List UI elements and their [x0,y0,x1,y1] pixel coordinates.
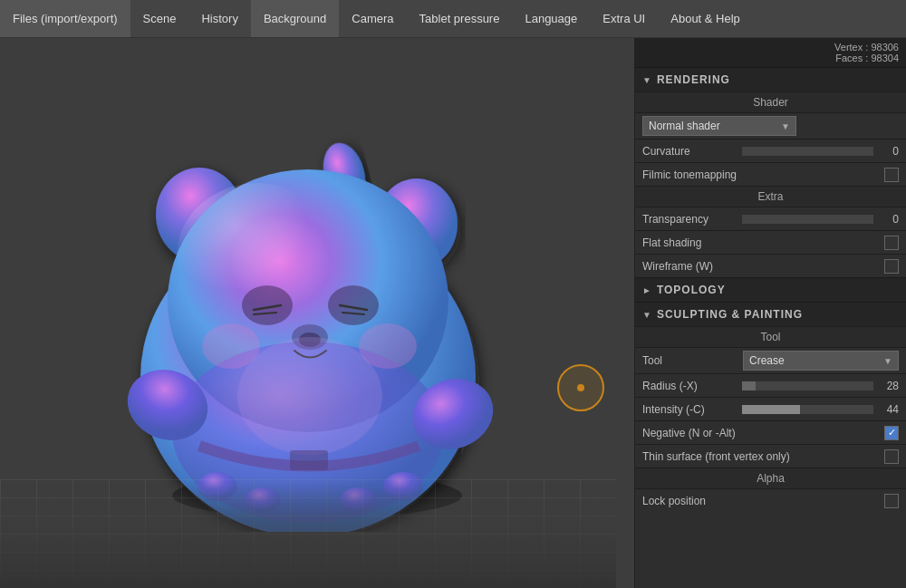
wireframe-control [884,259,899,274]
flat-shading-checkbox[interactable] [884,236,899,250]
tool-row: Tool Crease ▼ [635,347,906,373]
transparency-label: Transparency [642,213,742,226]
rendering-section-header[interactable]: ▼ RENDERING [635,67,906,92]
menu-extra-ui[interactable]: Extra UI [590,0,658,37]
filmic-control [884,168,899,182]
vertex-count: Vertex : 98306 [834,42,899,53]
lock-position-row: Lock position [635,488,906,512]
flat-shading-control [884,236,899,250]
menu-files[interactable]: Files (import/export) [0,0,130,37]
model-svg [82,88,553,532]
svg-point-21 [177,183,340,328]
topology-section-header[interactable]: ► TOPOLOGY [635,277,906,302]
radius-value: 28 [877,380,899,392]
menu-bar: Files (import/export) Scene History Back… [0,0,906,38]
curvature-track[interactable] [742,147,873,156]
thin-surface-checkbox[interactable] [884,449,899,464]
tool-value: Crease [749,354,785,367]
faces-count: Faces : 98304 [835,53,899,63]
flat-shading-row: Flat shading [635,230,906,254]
main-area: Vertex : 98306 Faces : 98304 ▼ RENDERING… [0,38,906,588]
sculpting-arrow: ▼ [642,310,651,320]
wireframe-row: Wireframe (W) [635,254,906,277]
menu-about-help[interactable]: About & Help [658,0,753,37]
lock-position-checkbox[interactable] [884,494,899,508]
right-panel: Vertex : 98306 Faces : 98304 ▼ RENDERING… [634,38,906,588]
negative-control: ✓ [884,426,899,440]
viewport[interactable] [0,38,634,588]
intensity-label: Intensity (-C) [642,403,742,416]
menu-camera[interactable]: Camera [339,0,406,37]
intensity-row: Intensity (-C) 44 [635,397,906,420]
extra-label: Extra [635,186,906,207]
menu-tablet-pressure[interactable]: Tablet pressure [407,0,513,37]
stats-bar: Vertex : 98306 Faces : 98304 [635,38,906,67]
svg-rect-27 [0,479,616,588]
svg-point-19 [237,337,382,455]
shader-label: Shader [635,92,906,112]
circle-gizmo-dot [577,384,584,391]
intensity-value: 44 [877,403,899,416]
transparency-track[interactable] [742,215,873,224]
rendering-arrow: ▼ [642,75,651,85]
transparency-row: Transparency 0 [635,207,906,230]
filmic-checkbox[interactable] [884,168,899,182]
wireframe-checkbox[interactable] [884,259,899,274]
radius-row: Radius (-X) 28 [635,373,906,397]
sculpting-title: SCULPTING & PAINTING [657,308,803,321]
thin-surface-row: Thin surface (front vertex only) [635,444,906,468]
sculpting-section-header[interactable]: ▼ SCULPTING & PAINTING [635,302,906,326]
flat-shading-label: Flat shading [642,236,884,249]
topology-title: TOPOLOGY [657,284,726,296]
curvature-row: Curvature 0 [635,139,906,162]
radius-label: Radius (-X) [642,380,742,392]
radius-track[interactable] [742,381,873,390]
shader-row: Normal shader ▼ [635,112,906,139]
grid-floor [0,479,616,588]
model-container [72,83,562,536]
shader-value: Normal shader [649,120,720,132]
curvature-value: 0 [877,145,899,158]
tool-dropdown-arrow: ▼ [883,356,892,366]
curvature-label: Curvature [642,145,742,158]
lock-position-label: Lock position [642,495,884,507]
topology-arrow: ► [642,285,651,295]
thin-surface-control [884,449,899,464]
shader-dropdown[interactable]: Normal shader ▼ [642,116,796,136]
negative-checkbox[interactable]: ✓ [884,426,899,440]
circle-gizmo[interactable] [557,364,604,411]
intensity-track[interactable] [742,405,873,414]
menu-background[interactable]: Background [251,0,339,37]
alpha-label: Alpha [635,468,906,488]
tool-label: Tool [642,354,743,367]
menu-language[interactable]: Language [512,0,590,37]
wireframe-label: Wireframe (W) [642,260,884,273]
svg-point-10 [328,285,379,325]
negative-row: Negative (N or -Alt) ✓ [635,420,906,444]
menu-scene[interactable]: Scene [130,0,189,37]
tool-section-label: Tool [635,326,906,347]
negative-label: Negative (N or -Alt) [642,427,884,439]
tool-dropdown[interactable]: Crease ▼ [743,351,899,371]
thin-surface-label: Thin surface (front vertex only) [642,450,884,463]
lock-position-control [884,494,899,508]
filmic-label: Filmic tonemapping [642,169,884,181]
transparency-value: 0 [877,213,899,226]
svg-rect-20 [290,450,328,470]
menu-history[interactable]: History [188,0,250,37]
rendering-title: RENDERING [657,73,730,86]
filmic-row: Filmic tonemapping [635,162,906,186]
shader-dropdown-arrow: ▼ [781,121,790,131]
